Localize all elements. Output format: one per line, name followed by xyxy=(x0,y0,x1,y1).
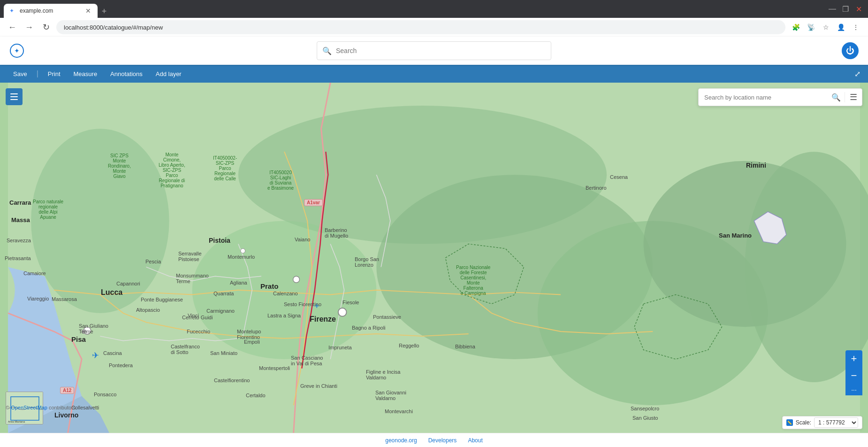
svg-rect-16 xyxy=(10,96,18,97)
new-tab-button[interactable]: + xyxy=(98,5,111,18)
scale-bar: 📏 Scale: 1 : 577792 1 : 288896 1 : 11555… xyxy=(782,416,862,429)
reload-button[interactable]: ↻ xyxy=(39,21,53,34)
svg-point-13 xyxy=(338,308,347,316)
map-container[interactable]: Carrara Massa Seravezza Pietrasanta Cama… xyxy=(0,83,868,433)
header-right: ⏻ xyxy=(842,42,859,59)
url-input[interactable] xyxy=(56,20,785,34)
svg-text:Area Mariana: Area Mariana xyxy=(8,420,25,423)
map-svg xyxy=(0,83,868,433)
restore-button[interactable]: ❐ xyxy=(840,3,851,15)
scale-select[interactable]: 1 : 577792 1 : 288896 1 : 1155584 xyxy=(814,417,858,428)
expand-button[interactable]: ⤢ xyxy=(854,69,860,78)
about-link[interactable]: About xyxy=(468,437,482,444)
back-button[interactable]: ← xyxy=(6,21,19,34)
header-search-icon: 🔍 xyxy=(322,46,332,55)
osm-link[interactable]: OpenStreetMap xyxy=(11,405,47,410)
location-search-input[interactable] xyxy=(699,94,828,101)
app-header: ✦ 🔍 ⏻ xyxy=(0,37,868,65)
zoom-out-button[interactable]: − xyxy=(845,367,862,384)
toolbar-separator-1: | xyxy=(35,69,40,78)
scale-icon: 📏 xyxy=(786,419,793,426)
tab-area: ✦ example.com ✕ + xyxy=(4,0,823,18)
svg-rect-17 xyxy=(10,99,18,100)
extensions-icon[interactable]: 🧩 xyxy=(789,21,802,34)
title-bar: ✦ example.com ✕ + — ❐ ✕ xyxy=(0,0,868,18)
location-search: 🔍 ☰ xyxy=(698,88,862,106)
profile-icon[interactable]: 👤 xyxy=(834,21,847,34)
save-button[interactable]: Save xyxy=(8,69,33,79)
zoom-more-button[interactable]: ··· xyxy=(845,384,862,395)
attribution-text: © OpenStreetMap contributors. xyxy=(6,405,77,410)
print-button[interactable]: Print xyxy=(42,69,66,79)
layers-icon xyxy=(9,92,19,101)
layers-button[interactable] xyxy=(6,88,23,105)
attribution: © OpenStreetMap contributors. xyxy=(6,405,77,410)
a1var-road-badge: A1var xyxy=(304,199,323,206)
window-controls: — ❐ ✕ xyxy=(827,3,864,15)
measure-button[interactable]: Measure xyxy=(68,69,103,79)
svg-point-14 xyxy=(82,329,86,334)
developers-link[interactable]: Developers xyxy=(428,437,457,444)
location-pin-firenze: + xyxy=(314,301,320,311)
forward-button[interactable]: → xyxy=(23,21,36,34)
header-search-input[interactable] xyxy=(317,41,551,60)
svg-point-12 xyxy=(293,276,300,283)
svg-point-11 xyxy=(241,248,245,253)
svg-text:✦: ✦ xyxy=(14,47,20,54)
logo-icon: ✦ xyxy=(9,43,24,58)
close-button[interactable]: ✕ xyxy=(853,3,864,15)
power-button[interactable]: ⏻ xyxy=(842,42,859,59)
browser-actions: 🧩 📡 ☆ 👤 ⋮ xyxy=(789,21,862,34)
app-footer: geonode.org Developers About xyxy=(0,433,868,447)
svg-rect-15 xyxy=(10,93,18,94)
active-tab[interactable]: ✦ example.com ✕ xyxy=(4,4,98,18)
tab-close-icon[interactable]: ✕ xyxy=(84,7,92,15)
zoom-in-button[interactable]: + xyxy=(845,350,862,367)
address-bar: ← → ↻ 🧩 📡 ☆ 👤 ⋮ xyxy=(0,18,868,37)
location-search-icon[interactable]: 🔍 xyxy=(828,93,845,102)
a12-road-badge: A12 xyxy=(60,387,74,394)
svg-point-4 xyxy=(31,129,169,313)
tab-title: example.com xyxy=(20,8,81,14)
tab-favicon-icon: ✦ xyxy=(9,8,16,14)
zoom-controls: + − ··· xyxy=(845,350,862,395)
annotations-button[interactable]: Annotations xyxy=(105,69,148,79)
geonode-link[interactable]: geonode.org xyxy=(385,437,417,444)
map-toolbar: Save | Print Measure Annotations Add lay… xyxy=(0,65,868,83)
cast-icon[interactable]: 📡 xyxy=(804,21,817,34)
header-search: 🔍 xyxy=(317,41,551,60)
add-layer-button[interactable]: Add layer xyxy=(150,69,187,79)
app-logo: ✦ xyxy=(9,43,24,58)
location-menu-icon[interactable]: ☰ xyxy=(845,92,862,102)
minimize-button[interactable]: — xyxy=(827,3,838,15)
location-pin-pisa: ✈ xyxy=(92,350,99,361)
bookmark-icon[interactable]: ☆ xyxy=(819,21,832,34)
scale-label: Scale: xyxy=(796,419,811,426)
menu-icon[interactable]: ⋮ xyxy=(849,21,862,34)
